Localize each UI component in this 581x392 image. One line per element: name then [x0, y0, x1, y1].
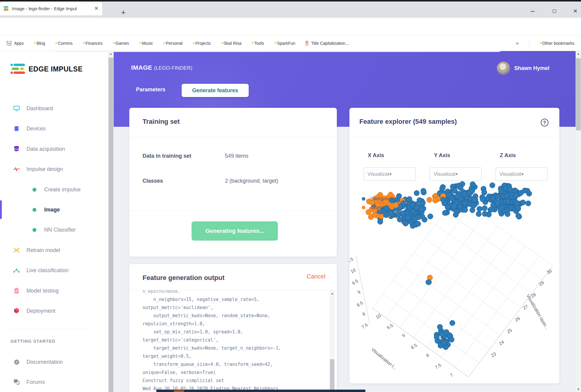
- scatter-point: [499, 188, 504, 194]
- legend-item-target[interactable]: target: [362, 205, 383, 210]
- sidebar-item-forums[interactable]: Forums: [0, 375, 108, 389]
- scatter-point: [410, 209, 416, 214]
- z-axis-select[interactable]: Visualizatio▾: [496, 167, 548, 181]
- window-close-button[interactable]: ✕: [571, 7, 580, 16]
- window-minimize-button[interactable]: [528, 7, 537, 16]
- bookmark-label: Skal Risa: [224, 41, 241, 46]
- retrain-icon: [13, 248, 20, 253]
- sidebar-item-documentation[interactable]: Documentation: [0, 355, 108, 369]
- legend-label: target: [370, 205, 383, 210]
- bookmark-label: Projects: [195, 41, 211, 46]
- legend-item-background[interactable]: background: [362, 196, 396, 202]
- edge-impulse-logo[interactable]: EDGE IMPULSE: [11, 63, 83, 75]
- sidebar-item-label: Documentation: [26, 359, 63, 365]
- browser-tab[interactable]: Image - lego-finder - Edge Impul ✕: [0, 2, 102, 15]
- other-bookmarks[interactable]: Other bookmarks: [540, 41, 574, 46]
- scroll-up-icon[interactable]: ▲: [576, 51, 581, 56]
- tab-generate-features[interactable]: Generate features: [182, 84, 249, 97]
- live-classification-icon: [13, 268, 20, 273]
- scroll-down-icon[interactable]: ▼: [576, 387, 581, 392]
- scatter-point: [366, 209, 371, 215]
- axis-tick-label: 8: [361, 311, 366, 317]
- window-maximize-button[interactable]: [550, 7, 559, 16]
- console-output[interactable]: n_epochs=None, n_neighbors=15, negative_…: [129, 290, 337, 392]
- sidebar-item-impulse-design[interactable]: Impulse design: [0, 162, 108, 176]
- sidebar-item-create-impulse[interactable]: Create impulse: [0, 183, 108, 196]
- bookmark-item[interactable]: Skal Risa: [221, 41, 241, 46]
- forums-icon: [13, 379, 20, 385]
- divider: [129, 137, 337, 137]
- impulse-design-icon: [13, 166, 20, 172]
- new-tab-button[interactable]: +: [119, 8, 128, 17]
- bookmark-item[interactable]: Projects: [193, 41, 211, 46]
- tab-close-icon[interactable]: ✕: [94, 5, 99, 12]
- scatter-point: [396, 212, 401, 217]
- bookmark-item[interactable]: SparkFun: [274, 41, 295, 46]
- generating-features-button[interactable]: Generating features...: [192, 221, 278, 241]
- scatter-point: [513, 193, 518, 198]
- bookmark-label: Games: [115, 41, 129, 46]
- browser-toolbar: ← → ⟳ studio.edgeimpulse.com/studio/5941…: [0, 18, 581, 35]
- sidebar-item-live-classification[interactable]: Live classification: [0, 263, 108, 277]
- scatter-point: [452, 203, 457, 209]
- tab-parameters[interactable]: Parameters: [136, 87, 165, 93]
- green-dot-icon: [31, 188, 38, 192]
- axis-tick-label: 7.5: [434, 362, 442, 370]
- scatter-point: [372, 212, 377, 217]
- sidebar-item-dashboard[interactable]: Dashboard: [0, 102, 108, 115]
- scatter-point: [507, 187, 513, 192]
- legend-dot-target: [362, 206, 365, 209]
- feature-explorer-3d-plot[interactable]: 10.5109.598.587.5109.598.587.57302928272…: [349, 108, 559, 383]
- sidebar-item-label: NN Classifier: [44, 227, 76, 233]
- bookmark-label: SparkFun: [277, 41, 295, 46]
- divider: [129, 210, 337, 211]
- card-title: Training set: [143, 118, 180, 126]
- help-icon[interactable]: ?: [541, 119, 549, 126]
- scrollbar-thumb[interactable]: [109, 58, 113, 392]
- scatter-point: [414, 190, 420, 196]
- bookmark-item[interactable]: Personal: [163, 41, 183, 46]
- sidebar-item-devices[interactable]: Devices: [0, 122, 108, 135]
- bookmark-item[interactable]: Tools: [252, 41, 264, 46]
- user-menu[interactable]: Shawn Hymel: [497, 62, 549, 75]
- bookmark-item[interactable]: Finances: [83, 41, 103, 46]
- bookmark-item[interactable]: Games: [113, 41, 129, 46]
- scrollbar-thumb[interactable]: [576, 58, 581, 130]
- console-scrollbar[interactable]: ▲: [330, 290, 335, 392]
- bookmark-item[interactable]: Blog: [34, 41, 45, 46]
- y-axis-select[interactable]: Visualizatio▾: [430, 167, 482, 181]
- sidebar-item-model-testing[interactable]: Model testing: [0, 284, 108, 298]
- x-axis-select[interactable]: Visualizatio▾: [364, 167, 416, 181]
- scroll-up-icon[interactable]: ▲: [330, 291, 335, 296]
- sidebar-item-data-acquisition[interactable]: Data acquisition: [0, 142, 108, 156]
- devices-icon: [13, 125, 20, 132]
- bookmarks-overflow-icon[interactable]: »: [516, 40, 518, 46]
- scrollbar-thumb[interactable]: [330, 359, 334, 392]
- axis-tick-label: 29: [538, 280, 545, 287]
- scatter-point: [421, 188, 426, 194]
- axis-tick-label: 26: [514, 316, 521, 323]
- bookmark-label: Music: [142, 41, 153, 46]
- cancel-link[interactable]: Cancel: [307, 273, 325, 280]
- training-rows-value: 549 items: [225, 153, 248, 159]
- sidebar-item-deployment[interactable]: Deployment: [0, 304, 108, 318]
- bookmark-item[interactable]: TTitle Capitalization...: [306, 41, 349, 46]
- sidebar-item-image[interactable]: Image: [0, 203, 108, 217]
- axis-tick-label: 9.5: [351, 278, 359, 286]
- content-scrollbar-left[interactable]: ▲: [108, 51, 114, 392]
- bookmark-item[interactable]: Music: [139, 41, 153, 46]
- scatter-point: [437, 324, 443, 330]
- bookmark-item[interactable]: Apps: [7, 41, 24, 46]
- scatter-point: [512, 188, 518, 193]
- scatter-point: [434, 335, 439, 340]
- bookmark-item[interactable]: Comms: [55, 41, 72, 46]
- y-axis-label: Y Axis: [434, 152, 450, 159]
- sidebar-item-nn-classifier[interactable]: NN Classifier: [0, 223, 108, 237]
- scatter-point: [490, 196, 496, 201]
- user-name: Shawn Hymel: [514, 65, 549, 71]
- axis-tick-label: 7.5: [361, 322, 369, 330]
- sidebar-item-retrain-model[interactable]: Retrain model: [0, 243, 108, 257]
- window-scrollbar[interactable]: ▲ ▼: [576, 51, 581, 392]
- scatter-point: [379, 214, 384, 219]
- deployment-icon: [13, 308, 20, 314]
